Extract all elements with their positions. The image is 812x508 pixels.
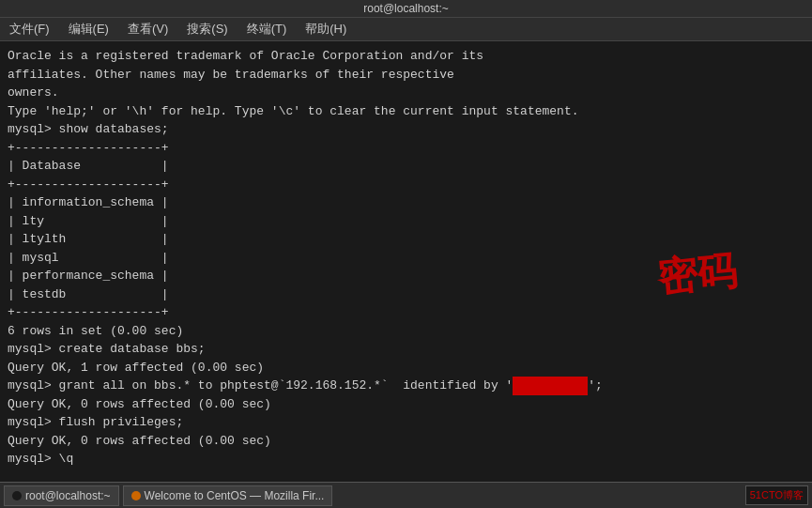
terminal-line: mysql> flush privileges; xyxy=(8,413,804,432)
taskbar-terminal[interactable]: root@localhost:~ xyxy=(4,485,119,506)
title-bar: root@localhost:~ xyxy=(0,0,812,18)
terminal-line: | testdb | xyxy=(8,285,804,304)
menu-bar: 文件(F)编辑(E)查看(V)搜索(S)终端(T)帮助(H) xyxy=(0,18,812,41)
terminal-line: | ltylth | xyxy=(8,230,804,249)
title-text: root@localhost:~ xyxy=(363,2,449,15)
browser-icon xyxy=(131,491,141,500)
terminal-line: +--------------------+ xyxy=(8,139,804,158)
terminal-line: +--------------------+ xyxy=(8,303,804,322)
terminal-line: | performance_schema | xyxy=(8,267,804,285)
menu-item[interactable]: 编辑(E) xyxy=(65,20,113,38)
taskbar: root@localhost:~ Welcome to CentOS — Moz… xyxy=(0,482,812,508)
terminal-icon xyxy=(12,491,22,500)
taskbar-browser[interactable]: Welcome to CentOS — Mozilla Fir... xyxy=(123,485,333,506)
terminal-line: Query OK, 0 rows affected (0.00 sec) xyxy=(8,395,804,414)
terminal-line: Type 'help;' or '\h' for help. Type '\c'… xyxy=(8,102,804,121)
menu-item[interactable]: 帮助(H) xyxy=(301,20,350,38)
terminal-line: 6 rows in set (0.00 sec) xyxy=(8,322,804,341)
taskbar-browser-label: Welcome to CentOS — Mozilla Fir... xyxy=(145,489,325,502)
menu-item[interactable]: 文件(F) xyxy=(6,20,54,38)
terminal-line: affiliates. Other names may be trademark… xyxy=(8,66,804,85)
brand-label: 51CTO博客 xyxy=(745,485,808,505)
menu-item[interactable]: 查看(V) xyxy=(124,20,172,38)
terminal-line: | lty | xyxy=(8,212,804,231)
terminal-line: mysql> grant all on bbs.* to phptest@`19… xyxy=(8,377,804,395)
terminal-line: +--------------------+ xyxy=(8,176,804,194)
menu-item[interactable]: 搜索(S) xyxy=(183,20,231,38)
terminal-line: | Database | xyxy=(8,157,804,176)
terminal-line: owners. xyxy=(8,84,804,102)
menu-item[interactable]: 终端(T) xyxy=(243,20,291,38)
terminal-line: mysql> \q xyxy=(8,450,804,469)
terminal-line: | mysql | xyxy=(8,249,804,268)
terminal-line: Oracle is a registered trademark of Orac… xyxy=(8,47,804,66)
terminal-content[interactable]: Oracle is a registered trademark of Orac… xyxy=(0,41,812,482)
terminal-line: | information_schema | xyxy=(8,193,804,212)
terminal-line: Query OK, 1 row affected (0.00 sec) xyxy=(8,359,804,377)
terminal-line: mysql> create database bbs; xyxy=(8,340,804,359)
terminal-line: Query OK, 0 rows affected (0.00 sec) xyxy=(8,432,804,451)
taskbar-terminal-label: root@localhost:~ xyxy=(25,489,111,502)
terminal-line: mysql> show databases; xyxy=(8,120,804,139)
